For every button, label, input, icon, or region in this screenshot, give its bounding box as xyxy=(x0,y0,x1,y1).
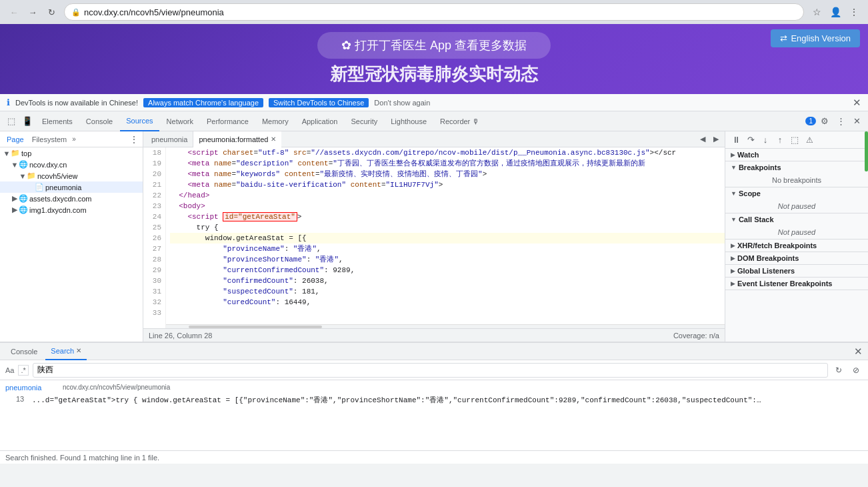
search-result-item[interactable]: pneumonia ncov.dxy.cn/ncovh5/view/pneumo… xyxy=(0,382,868,394)
tree-item-top[interactable]: ▼ 📁 top xyxy=(0,147,143,159)
dont-show-again-button[interactable]: Don't show again xyxy=(374,99,430,107)
search-input[interactable] xyxy=(33,363,828,378)
devtools-notification: ℹ DevTools is now available in Chinese! … xyxy=(0,94,868,111)
tree-item-ncov[interactable]: ▼ 🌐 ncov.dxy.cn xyxy=(0,159,143,170)
watch-section-header[interactable]: ▶ Watch xyxy=(725,149,868,161)
scope-section-header[interactable]: ▼ Scope xyxy=(725,187,868,199)
file-tree-content: ▼ 📁 top ▼ 🌐 ncov.dxy.cn ▼ 📁 ncovh5/view … xyxy=(0,147,143,342)
step-over-button[interactable]: ↷ xyxy=(744,133,757,147)
pause-on-exceptions-button[interactable]: ⚠ xyxy=(803,133,816,147)
match-language-button[interactable]: Always match Chrome's language xyxy=(143,98,263,107)
page-tab[interactable]: Page xyxy=(4,135,27,144)
folder-icon: 📁 xyxy=(11,149,20,157)
menu-button[interactable]: ⋮ xyxy=(845,3,863,21)
chevron-right-icon: ▼ xyxy=(731,164,737,171)
expand-icon: ▶ xyxy=(11,194,19,203)
tab-console[interactable]: Console xyxy=(80,111,119,131)
tab-performance[interactable]: Performance xyxy=(201,111,255,131)
notification-close-button[interactable]: ✕ xyxy=(853,97,861,109)
tree-item-top-label: top xyxy=(21,149,31,157)
tree-item-img[interactable]: ▶ 🌐 img1.dxycdn.com xyxy=(0,204,143,215)
font-size-toggle[interactable]: Aa xyxy=(5,366,14,374)
search-tab-close-icon[interactable]: ✕ xyxy=(76,347,81,354)
expand-icon: ▼ xyxy=(11,161,19,169)
code-line-28: "provinceShortName": "香港", xyxy=(170,254,725,265)
step-into-button[interactable]: ↓ xyxy=(759,133,772,147)
app-banner-text: ✿ 打开丁香医生 App 查看更多数据 xyxy=(341,37,527,53)
tab-application[interactable]: Application xyxy=(296,111,344,131)
global-section-header[interactable]: ▶ Global Listeners xyxy=(725,265,868,277)
watch-label: Watch xyxy=(737,151,759,159)
expand-icon: ▼ xyxy=(3,149,11,157)
tab-pneumonia[interactable]: pneumonia xyxy=(146,131,193,147)
tab-pneumonia-formatted[interactable]: pneumonia:formatted ✕ xyxy=(193,131,281,147)
tab-close-icon[interactable]: ✕ xyxy=(271,135,276,143)
console-area: Console Search ✕ ✕ Aa .* ↻ ⊘ pneumonia n… xyxy=(0,342,868,464)
url-text: ncov.dxy.cn/ncovh5/view/pneumonia xyxy=(84,7,224,17)
step-out-button[interactable]: ↑ xyxy=(773,133,787,147)
tab-lighthouse[interactable]: Lighthouse xyxy=(385,111,433,131)
console-tab[interactable]: Console xyxy=(5,343,43,360)
code-line-30: "confirmedCount": 26038, xyxy=(170,276,725,286)
tree-item-assets[interactable]: ▶ 🌐 assets.dxycdn.com xyxy=(0,193,143,204)
nav-left-button[interactable]: ◀ xyxy=(697,133,709,145)
tab-network[interactable]: Network xyxy=(161,111,199,131)
nav-right-button[interactable]: ▶ xyxy=(710,133,722,145)
notification-text: DevTools is now available in Chinese! xyxy=(15,99,138,107)
status-bar: Line 26, Column 28 Coverage: n/a xyxy=(143,328,725,342)
tab-security[interactable]: Security xyxy=(345,111,383,131)
tab-recorder[interactable]: Recorder 🎙 xyxy=(434,111,485,131)
address-bar[interactable]: 🔒 ncov.dxy.cn/ncovh5/view/pneumonia xyxy=(64,3,804,21)
devtools-close-button[interactable]: ✕ xyxy=(849,114,864,129)
scope-section: ▼ Scope Not paused xyxy=(725,187,868,213)
search-refresh-button[interactable]: ↻ xyxy=(832,364,845,377)
tab-elements[interactable]: Elements xyxy=(36,111,79,131)
breakpoints-section-header[interactable]: ▼ Breakpoints xyxy=(725,161,868,173)
more-tabs-icon[interactable]: » xyxy=(72,135,76,143)
editor-nav: ◀ ▶ xyxy=(697,133,722,145)
xhr-section-header[interactable]: ▶ XHR/fetch Breakpoints xyxy=(725,239,868,252)
code-lines[interactable]: <script charset="utf-8" src="//assets.dx… xyxy=(166,147,725,328)
switch-to-chinese-button[interactable]: Switch DevTools to Chinese xyxy=(269,98,369,107)
header-subtitle: 新型冠状病毒肺炎实时动态 xyxy=(330,63,538,86)
reload-button[interactable]: ↻ xyxy=(43,3,60,21)
tab-memory[interactable]: Memory xyxy=(256,111,295,131)
tree-item-pneumonia[interactable]: 📄 pneumonia xyxy=(0,181,143,193)
device-mode-button[interactable]: 📱 xyxy=(20,114,35,129)
domain-icon: 🌐 xyxy=(19,160,28,169)
profile-button[interactable]: 👤 xyxy=(827,3,844,21)
watch-section: ▶ Watch xyxy=(725,149,868,161)
line-numbers: 18 19 20 21 22 23 24 25 26 27 28 29 30 3… xyxy=(143,147,166,328)
regex-toggle[interactable]: .* xyxy=(18,365,28,376)
search-clear-button[interactable]: ⊘ xyxy=(849,364,863,377)
call-stack-section-header[interactable]: ▼ Call Stack xyxy=(725,213,868,225)
browser-actions: ☆ 👤 ⋮ xyxy=(808,3,863,21)
deactivate-breakpoints-button[interactable]: ⬚ xyxy=(788,133,801,147)
file-tree-menu-icon[interactable]: ⋮ xyxy=(129,134,139,145)
inspect-icon-button[interactable]: ⬚ xyxy=(4,114,19,129)
result-url: ncov.dxy.cn/ncovh5/view/pneumonia xyxy=(63,384,170,391)
pause-button[interactable]: ⏸ xyxy=(729,133,743,147)
chevron-icon: ▼ xyxy=(731,216,737,223)
devtools-settings-button[interactable]: ⚙ xyxy=(817,114,832,129)
bookmark-button[interactable]: ☆ xyxy=(808,3,825,21)
search-tab[interactable]: Search ✕ xyxy=(45,343,87,360)
devtools-main: Page Filesystem » ⋮ ▼ 📁 top ▼ 🌐 ncov.dxy… xyxy=(0,131,868,342)
dom-section-header[interactable]: ▶ DOM Breakpoints xyxy=(725,252,868,264)
console-area-close-button[interactable]: ✕ xyxy=(854,346,863,358)
devtools-more-button[interactable]: ⋮ xyxy=(833,114,848,129)
filesystem-tab[interactable]: Filesystem xyxy=(29,135,70,144)
english-version-button[interactable]: ⇄ English Version xyxy=(771,29,860,47)
tree-item-view[interactable]: ▼ 📁 ncovh5/view xyxy=(0,170,143,181)
back-button[interactable]: ← xyxy=(5,3,23,21)
code-line-29: "currentConfirmedCount": 9289, xyxy=(170,265,725,276)
search-result-content[interactable]: 13 ...d="getAreaStat">try { window.getAr… xyxy=(0,394,868,406)
forward-button[interactable]: → xyxy=(24,3,41,21)
call-stack-section: ▼ Call Stack Not paused xyxy=(725,213,868,239)
expand-icon: ▶ xyxy=(11,205,19,214)
tab-sources[interactable]: Sources xyxy=(120,111,159,131)
coverage-status: Coverage: n/a xyxy=(673,332,719,340)
app-banner[interactable]: ✿ 打开丁香医生 App 查看更多数据 xyxy=(317,32,551,59)
scope-not-paused: Not paused xyxy=(725,199,868,213)
event-section-header[interactable]: ▶ Event Listener Breakpoints xyxy=(725,278,868,290)
